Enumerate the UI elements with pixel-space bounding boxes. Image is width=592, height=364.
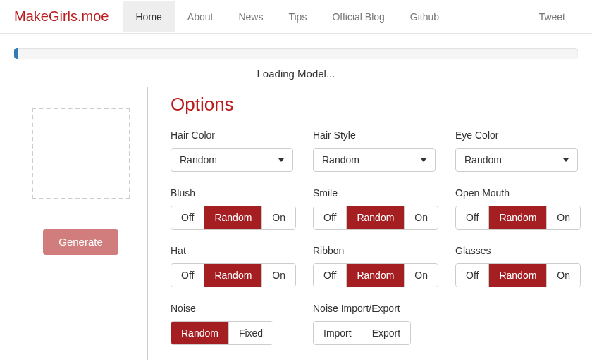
open-mouth-label: Open Mouth (455, 187, 578, 199)
hat-toggle: Off Random On (171, 263, 296, 287)
noise-import-button[interactable]: Import (314, 322, 362, 344)
noise-io-buttons: Import Export (313, 321, 411, 345)
eye-color-label: Eye Color (455, 130, 578, 141)
ribbon-toggle: Off Random On (313, 263, 438, 287)
glasses-random[interactable]: Random (488, 264, 546, 287)
glasses-label: Glasses (455, 245, 578, 256)
glasses-on[interactable]: On (546, 264, 580, 287)
hair-style-label: Hair Style (313, 130, 436, 141)
eye-color-dropdown[interactable]: Random (455, 148, 578, 172)
nav-official-blog[interactable]: Official Blog (319, 1, 397, 32)
hat-label: Hat (171, 245, 293, 256)
glasses-off[interactable]: Off (456, 264, 488, 287)
loading-text: Loading Model... (0, 63, 592, 87)
hair-style-dropdown[interactable]: Random (313, 148, 436, 172)
ribbon-off[interactable]: Off (314, 264, 346, 287)
noise-fixed[interactable]: Fixed (228, 322, 273, 344)
brand-logo[interactable]: MakeGirls.moe (14, 8, 109, 25)
blush-toggle: Off Random On (171, 206, 296, 230)
open-mouth-toggle: Off Random On (455, 206, 581, 230)
tweet-link[interactable]: Tweet (526, 1, 578, 32)
blush-label: Blush (171, 187, 293, 199)
ribbon-on[interactable]: On (404, 264, 438, 287)
hair-color-value: Random (180, 154, 217, 165)
noise-io-label: Noise Import/Export (313, 303, 436, 314)
smile-random[interactable]: Random (346, 206, 404, 229)
navbar: MakeGirls.moe Home About News Tips Offic… (0, 0, 592, 34)
hat-random[interactable]: Random (204, 264, 261, 287)
hair-color-label: Hair Color (171, 130, 293, 141)
vertical-divider (147, 87, 148, 360)
noise-random[interactable]: Random (171, 322, 228, 344)
caret-down-icon (421, 158, 426, 162)
hat-off[interactable]: Off (171, 264, 204, 287)
progress-bar (14, 48, 18, 59)
generate-button[interactable]: Generate (43, 229, 118, 255)
caret-down-icon (278, 158, 284, 162)
open-mouth-off[interactable]: Off (456, 206, 488, 229)
nav-about[interactable]: About (175, 1, 226, 32)
noise-export-button[interactable]: Export (362, 322, 410, 344)
hat-on[interactable]: On (261, 264, 295, 287)
smile-label: Smile (313, 187, 436, 199)
caret-down-icon (563, 158, 569, 162)
blush-on[interactable]: On (261, 206, 295, 229)
hair-style-value: Random (322, 154, 359, 165)
progress-track (14, 48, 578, 59)
smile-off[interactable]: Off (314, 206, 346, 229)
nav-tips[interactable]: Tips (276, 1, 319, 32)
options-column: Options Hair Color Random Hair Style Ran… (152, 87, 578, 360)
smile-toggle: Off Random On (313, 206, 438, 230)
open-mouth-random[interactable]: Random (488, 206, 546, 229)
preview-placeholder (32, 108, 130, 199)
eye-color-value: Random (464, 154, 502, 165)
blush-off[interactable]: Off (171, 206, 204, 229)
blush-random[interactable]: Random (204, 206, 261, 229)
options-title: Options (171, 94, 578, 115)
ribbon-label: Ribbon (313, 245, 436, 256)
progress-section (0, 34, 592, 63)
nav-home[interactable]: Home (123, 1, 174, 32)
preview-column: Generate (14, 87, 147, 360)
smile-on[interactable]: On (404, 206, 438, 229)
nav-news[interactable]: News (226, 1, 276, 32)
open-mouth-on[interactable]: On (546, 206, 580, 229)
nav-github[interactable]: Github (397, 1, 452, 32)
ribbon-random[interactable]: Random (346, 264, 404, 287)
glasses-toggle: Off Random On (455, 263, 581, 287)
hair-color-dropdown[interactable]: Random (171, 148, 293, 172)
noise-toggle: Random Fixed (171, 321, 273, 345)
noise-label: Noise (171, 303, 293, 314)
